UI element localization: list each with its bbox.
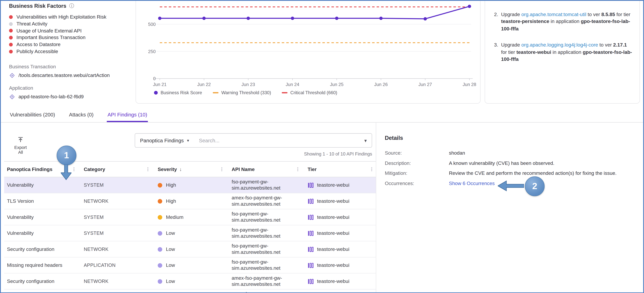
recommendation-item: 3.Upgrade org.apache.logging.log4j:log4j…	[494, 42, 632, 63]
recommendation-number: 2.	[494, 11, 498, 33]
data-point	[246, 17, 250, 20]
table-row[interactable]: Missing required headersAPPLICATIONLowam…	[4, 289, 376, 293]
findings-search-box[interactable]: Panoptica Findings ▾ ▾	[135, 133, 372, 148]
dependency-link[interactable]: org.apache.logging.log4j:log4j-core	[522, 42, 598, 48]
recommendation-number: 3.	[494, 42, 498, 63]
severity-label: High	[166, 182, 176, 188]
details-field: Source:shodan	[385, 150, 640, 156]
cell-category: NETWORK	[78, 279, 152, 284]
application-value: appd-teastore-fso-lab-62-f6d9	[18, 94, 84, 100]
table-row[interactable]: Missing required headersAPPLICATIONLowfs…	[4, 257, 376, 273]
x-tick-label: Jun 22	[197, 82, 211, 87]
details-field-label: Occurrences:	[385, 180, 449, 186]
risk-factor-item: Vulnerabilities with High Exploitation R…	[9, 14, 133, 21]
severity-label: Medium	[166, 214, 184, 220]
cell-api-name: amex-fso-payment-gw-sim.azurewebsites.ne…	[226, 275, 302, 287]
cell-severity: High	[152, 198, 226, 204]
y-tick-label: 250	[148, 49, 156, 54]
cell-finding: Security configuration	[4, 246, 78, 252]
column-menu-icon[interactable]: ⋮	[72, 166, 76, 172]
annotation-number: 1	[64, 150, 69, 161]
table-row[interactable]: VulnerabilitySYSTEMLowfso-payment-gw-sim…	[4, 225, 376, 241]
details-panel: Details Source:shodanDescription:A known…	[385, 135, 640, 186]
tab-attacks-0[interactable]: Attacks (0)	[68, 109, 94, 122]
column-header-label: API Name	[232, 166, 255, 172]
main-vertical-divider	[376, 123, 376, 293]
table-header-row: Panoptica Findings⋮Category⋮Severity↓⋮AP…	[4, 161, 376, 177]
cell-tier: teastore-webui	[302, 182, 376, 188]
column-menu-icon[interactable]: ⋮	[295, 166, 300, 172]
table-row[interactable]: Security configurationNETWORKLowfso-paym…	[4, 241, 376, 257]
recommendation-list: 2.Upgrade org.apache.tomcat:tomcat-util …	[494, 11, 632, 63]
recommendation-text: Upgrade org.apache.logging.log4j:log4j-c…	[501, 42, 632, 63]
severity-label: High	[166, 198, 176, 204]
tier-label: teastore-webui	[317, 262, 349, 268]
column-header-severity[interactable]: Severity↓⋮	[152, 166, 226, 172]
recommendation-text-part: for tier	[501, 49, 516, 55]
info-icon[interactable]: ⓘ	[69, 3, 74, 10]
column-menu-icon[interactable]: ⋮	[219, 166, 224, 172]
occurrences-link[interactable]: Show 6 Occurrences	[449, 180, 495, 186]
cell-tier: teastore-webui	[302, 198, 376, 204]
tier-icon	[308, 246, 314, 252]
recommendation-text-part: to ver	[598, 42, 613, 48]
tab-api-findings-10[interactable]: API Findings (10)	[107, 109, 148, 122]
data-point	[202, 17, 206, 20]
export-all-button[interactable]: Export All	[10, 136, 31, 155]
cell-tier: teastore-webui	[302, 214, 376, 220]
x-tick-label: Jun 23	[242, 82, 255, 87]
risk-score-line	[160, 6, 470, 19]
data-point	[291, 17, 294, 20]
risk-score-chart: 0250500Jun 21Jun 22Jun 23Jun 24Jun 25Jun…	[136, 0, 481, 104]
recommendation-text-part: Upgrade	[501, 12, 522, 17]
risk-factor-item: Important Business Transaction	[9, 34, 133, 41]
search-input[interactable]	[198, 137, 364, 144]
y-tick-label: 500	[148, 22, 156, 27]
cell-category: SYSTEM	[78, 183, 152, 187]
combo-dropdown-caret-icon[interactable]: ▾	[364, 138, 367, 143]
legend-label: Warning Threshold (330)	[221, 90, 271, 95]
x-tick-label: Jun 27	[418, 82, 432, 87]
cell-finding: Security configuration	[4, 278, 78, 284]
column-menu-icon[interactable]: ⋮	[145, 166, 150, 172]
risk-factor-item: Publicly Accessible	[9, 48, 133, 55]
column-header-category[interactable]: Category⋮	[78, 166, 152, 172]
results-count-text: Showing 1 - 10 of 10 API Findings	[206, 151, 372, 156]
cell-severity: Low	[152, 230, 226, 236]
sort-desc-icon[interactable]: ↓	[180, 166, 182, 172]
tier-label: teastore-webui	[317, 198, 349, 204]
tier-label: teastore-webui	[317, 182, 349, 188]
api-findings-table: Panoptica Findings⋮Category⋮Severity↓⋮AP…	[4, 161, 376, 293]
severity-label: Low	[166, 230, 175, 236]
severity-label: Low	[166, 278, 175, 284]
data-point	[379, 17, 382, 20]
tier-label: teastore-webui	[317, 230, 349, 236]
risk-factor-label: Important Business Transaction	[16, 34, 86, 41]
cell-finding: Missing required headers	[4, 262, 78, 268]
risk-factor-dot	[9, 29, 13, 33]
dependency-link[interactable]: org.apache.tomcat:tomcat-util	[522, 12, 586, 17]
annotation-step-2: 2	[525, 176, 545, 196]
annotation-step-1: 1	[57, 146, 76, 165]
risk-factor-dot	[9, 15, 13, 19]
data-point	[335, 17, 338, 20]
business-transaction-value: /tools.descartes.teastore.webui/cartActi…	[18, 73, 110, 78]
recommendation-text: Upgrade org.apache.tomcat:tomcat-util to…	[501, 11, 632, 33]
legend-marker	[213, 92, 218, 93]
findings-filter-dropdown[interactable]: Panoptica Findings ▾	[140, 138, 189, 143]
tier-icon	[308, 230, 314, 236]
column-header-tier[interactable]: Tier⋮	[302, 166, 376, 172]
table-row[interactable]: Security configurationNETWORKLowamex-fso…	[4, 273, 376, 289]
risk-factor-label: Access to Datastore	[16, 41, 60, 48]
table-row[interactable]: VulnerabilitySYSTEMHighfso-payment-gw-si…	[4, 177, 376, 193]
cell-api-name: amex-fso-payment-gw-sim.azurewebsites.ne…	[226, 195, 302, 207]
tab-vulnerabilities-200[interactable]: Vulnerabilities (200)	[9, 109, 56, 122]
cell-api-name: fso-payment-gw-sim.azurewebsites.net	[226, 227, 302, 239]
details-field: Mitigation:Review the CVE and perform th…	[385, 170, 640, 176]
table-row[interactable]: TLS VersionNETWORKHighamex-fso-payment-g…	[4, 193, 376, 209]
table-row[interactable]: VulnerabilitySYSTEMMediumfso-payment-gw-…	[4, 209, 376, 225]
export-icon	[17, 136, 24, 143]
column-header-api-name[interactable]: API Name⋮	[226, 166, 302, 172]
column-menu-icon[interactable]: ⋮	[369, 166, 374, 172]
cell-finding: Vulnerability	[4, 214, 78, 220]
